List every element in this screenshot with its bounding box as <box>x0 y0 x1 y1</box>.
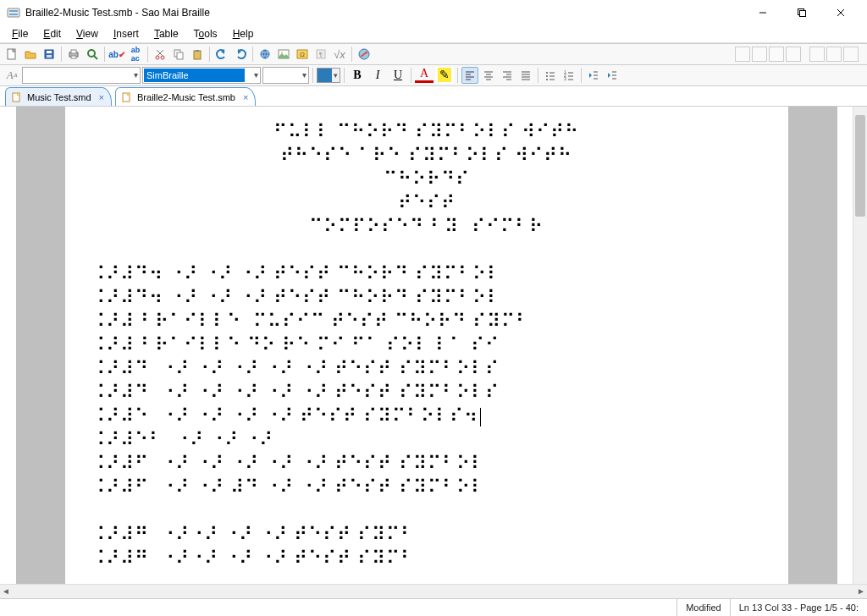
view-mode-1[interactable] <box>735 47 750 62</box>
new-button[interactable] <box>3 46 20 63</box>
svg-line-16 <box>94 56 97 59</box>
view-mode-6[interactable] <box>826 47 842 62</box>
copy-button[interactable] <box>170 46 187 63</box>
view-mode-3[interactable] <box>769 47 784 62</box>
menu-view[interactable]: View <box>69 26 105 41</box>
status-modified: Modified <box>676 599 730 616</box>
view-mode-7[interactable] <box>843 47 859 62</box>
align-justify-button[interactable] <box>517 67 534 84</box>
bold-button[interactable]: B <box>348 67 367 84</box>
svg-line-20 <box>157 50 163 56</box>
braille-line <box>86 239 768 262</box>
save-button[interactable] <box>41 46 58 63</box>
maximize-button[interactable] <box>782 0 821 25</box>
svg-rect-13 <box>71 50 76 53</box>
menu-help[interactable]: Help <box>226 26 261 41</box>
translate-button[interactable] <box>356 46 373 63</box>
chevron-down-icon: ▾ <box>134 70 138 80</box>
page-content[interactable]: ⠋⠥⠇⠇ ⠉⠓⠕⠗⠙ ⠎⠽⠍⠃⠕⠇⠎ ⠺⠊⠞⠓⠞⠓⠑⠎⠑ ⠁⠗⠑ ⠎⠽⠍⠃⠕⠇⠎… <box>65 107 788 584</box>
print-button[interactable] <box>65 46 82 63</box>
underline-button[interactable]: U <box>389 67 407 84</box>
view-mode-4[interactable] <box>786 47 801 62</box>
align-right-button[interactable] <box>499 67 516 84</box>
link-button[interactable] <box>257 46 273 63</box>
style-button[interactable]: ¶ <box>312 46 329 63</box>
braille-line: ⠨⠜⠼⠙ ⠐⠜ ⠐⠜ ⠐⠜ ⠐⠜ ⠐⠜ ⠞⠑⠎⠞ ⠎⠽⠍⠃⠕⠇⠎ <box>86 357 768 381</box>
svg-point-27 <box>281 52 283 53</box>
svg-point-49 <box>546 72 548 74</box>
menu-file[interactable]: File <box>5 26 35 41</box>
toolbar-format: Aᴀ ▾ SimBraille ▾ ▾ ▾ B I U A ✎ 123 <box>0 65 867 86</box>
view-mode-2[interactable] <box>752 47 767 62</box>
braille-line: ⠨⠜⠼ ⠃⠗⠁⠊⠇⠇⠑ ⠙⠕ ⠗⠑ ⠍⠊ ⠋⠁ ⠎⠕⠇ ⠇⠁ ⠎⠊ <box>86 333 768 357</box>
braille-line: ⠞⠓⠑⠎⠑ ⠁⠗⠑ ⠎⠽⠍⠃⠕⠇⠎ ⠺⠊⠞⠓ <box>86 144 768 168</box>
spellcheck-button[interactable]: ab✔ <box>108 46 125 63</box>
outdent-button[interactable] <box>585 67 602 84</box>
find-replace-button[interactable]: abac <box>127 46 144 63</box>
scrollbar-thumb[interactable] <box>855 115 865 217</box>
svg-rect-22 <box>177 52 183 59</box>
color-swatch-select[interactable]: ▾ <box>317 68 340 83</box>
svg-text:Ω: Ω <box>300 51 305 58</box>
toolbar-main: ab✔ abac Ω ¶ √x <box>0 43 867 64</box>
font-color-button[interactable]: A <box>415 68 434 83</box>
doc-tab-2[interactable]: Braille2-Music Test.smb × <box>115 87 256 106</box>
toolbar-right-group <box>735 47 864 62</box>
scroll-left-icon[interactable]: ◄ <box>2 586 10 596</box>
menu-insert[interactable]: Insert <box>107 26 146 41</box>
view-mode-5[interactable] <box>809 47 825 62</box>
horizontal-scrollbar[interactable]: ◄ ► <box>0 584 867 598</box>
font-dialog-button[interactable]: Aᴀ <box>3 67 20 84</box>
svg-rect-14 <box>71 56 76 58</box>
paste-button[interactable] <box>189 46 206 63</box>
menu-table[interactable]: Table <box>147 26 185 41</box>
open-button[interactable] <box>22 46 39 63</box>
window-controls <box>743 0 860 25</box>
scroll-right-icon[interactable]: ► <box>857 586 865 596</box>
minimize-button[interactable] <box>743 0 782 25</box>
font-family-select[interactable]: ▾ <box>22 67 141 84</box>
undo-button[interactable] <box>213 46 230 63</box>
menu-tools[interactable]: Tools <box>187 26 224 41</box>
svg-point-15 <box>88 50 95 57</box>
font-style-select[interactable]: SimBraille ▾ <box>142 67 261 84</box>
tab-label: Braille2-Music Test.smb <box>137 92 235 102</box>
redo-button[interactable] <box>232 46 249 63</box>
svg-rect-11 <box>47 55 52 58</box>
close-button[interactable] <box>821 0 860 25</box>
svg-text:3: 3 <box>564 76 566 81</box>
braille-line: ⠨⠜⠼⠙ ⠐⠜ ⠐⠜ ⠐⠜ ⠐⠜ ⠐⠜ ⠞⠑⠎⠞ ⠎⠽⠍⠃⠕⠇⠎ <box>86 381 768 404</box>
braille-line: ⠨⠜⠼ ⠃⠗⠁⠊⠇⠇⠑ ⠍⠥⠎⠊⠉ ⠞⠑⠎⠞ ⠉⠓⠕⠗⠙ ⠎⠽⠍⠃ <box>86 310 768 333</box>
print-preview-button[interactable] <box>84 46 101 63</box>
font-size-select[interactable]: ▾ <box>262 67 309 84</box>
svg-point-18 <box>161 56 164 59</box>
close-icon[interactable]: × <box>243 92 248 102</box>
document-tabs: Music Test.smd × Braille2-Music Test.smb… <box>0 86 867 107</box>
italic-button[interactable]: I <box>368 67 387 84</box>
left-margin <box>16 107 65 584</box>
braille-line: ⠞⠑⠎⠞ <box>86 191 768 215</box>
page-viewport[interactable]: ⠋⠥⠇⠇ ⠉⠓⠕⠗⠙ ⠎⠽⠍⠃⠕⠇⠎ ⠺⠊⠞⠓⠞⠓⠑⠎⠑ ⠁⠗⠑ ⠎⠽⠍⠃⠕⠇⠎… <box>0 107 853 584</box>
menu-edit[interactable]: Edit <box>36 26 68 41</box>
cut-button[interactable] <box>152 46 168 63</box>
highlight-button[interactable]: ✎ <box>435 67 454 84</box>
number-list-button[interactable]: 123 <box>561 67 577 84</box>
svg-rect-24 <box>196 50 199 52</box>
doc-tab-1[interactable]: Music Test.smd × <box>5 87 112 106</box>
align-center-button[interactable] <box>480 67 497 84</box>
font-style-value: SimBraille <box>146 70 189 80</box>
image-button[interactable] <box>275 46 292 63</box>
close-icon[interactable]: × <box>99 92 104 102</box>
svg-point-53 <box>546 79 548 80</box>
statusbar: Modified Ln 13 Col 33 - Page 1/5 - 40: <box>0 598 867 616</box>
svg-rect-1 <box>9 10 18 12</box>
equation-button[interactable]: √x <box>331 46 348 63</box>
svg-rect-10 <box>47 51 52 53</box>
vertical-scrollbar[interactable] <box>853 107 867 584</box>
symbol-button[interactable]: Ω <box>294 46 311 63</box>
align-left-button[interactable] <box>461 67 478 84</box>
svg-rect-68 <box>123 93 130 102</box>
indent-button[interactable] <box>604 67 621 84</box>
svg-text:¶: ¶ <box>319 51 323 58</box>
bullet-list-button[interactable] <box>542 67 559 84</box>
